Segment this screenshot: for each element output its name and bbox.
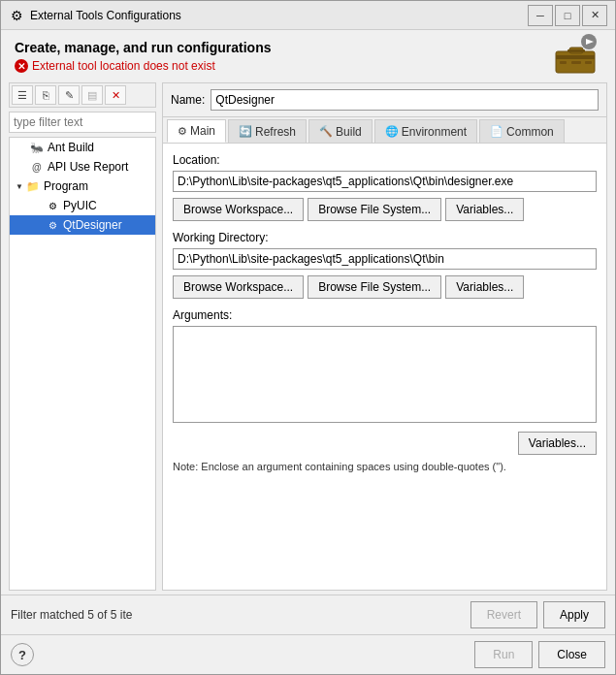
api-icon: @ bbox=[29, 160, 45, 174]
footer-right: Run Close bbox=[474, 641, 605, 668]
tree-arrow bbox=[17, 161, 29, 173]
filter-input[interactable] bbox=[9, 112, 156, 133]
edit-button[interactable]: ✎ bbox=[58, 85, 80, 105]
working-dir-input-row bbox=[173, 248, 597, 270]
variables-2-button[interactable]: Variables... bbox=[445, 275, 524, 299]
footer-close-button[interactable]: Close bbox=[538, 641, 605, 668]
name-input[interactable] bbox=[211, 89, 599, 111]
working-dir-input[interactable] bbox=[173, 248, 597, 270]
main-content: ☰ ⎘ ✎ ▤ ✕ 🐜 Ant Build @ API Use Report bbox=[1, 79, 615, 595]
tab-main-label: Main bbox=[190, 124, 215, 138]
tree-arrow bbox=[33, 200, 45, 211]
note-text: Note: Enclose an argument containing spa… bbox=[173, 461, 597, 472]
tree-arrow bbox=[33, 219, 45, 231]
warning-row: ✕ External tool location does not exist bbox=[15, 59, 601, 73]
maximize-button[interactable]: □ bbox=[555, 5, 580, 26]
tab-refresh-label: Refresh bbox=[255, 125, 296, 139]
tree-container: 🐜 Ant Build @ API Use Report ▼ 📁 Program bbox=[9, 137, 156, 591]
warning-icon: ✕ bbox=[15, 59, 28, 73]
location-label: Location: bbox=[173, 153, 597, 167]
tree-label-pyuic: PyUIC bbox=[63, 199, 97, 212]
window-icon: ⚙ bbox=[9, 8, 24, 23]
left-panel: ☰ ⎘ ✎ ▤ ✕ 🐜 Ant Build @ API Use Report bbox=[9, 82, 156, 591]
svg-rect-5 bbox=[567, 49, 585, 52]
refresh-tab-icon: 🔄 bbox=[239, 125, 252, 138]
tree-item-program[interactable]: ▼ 📁 Program bbox=[10, 177, 155, 196]
left-toolbar: ☰ ⎘ ✎ ▤ ✕ bbox=[9, 82, 156, 108]
tree-item-api-use-report[interactable]: @ API Use Report bbox=[10, 157, 155, 177]
tree-expand-arrow: ▼ bbox=[14, 180, 25, 192]
qtdesigner-icon: ⚙ bbox=[45, 218, 60, 232]
arguments-container bbox=[173, 326, 597, 426]
warning-text: External tool location does not exist bbox=[32, 59, 215, 73]
tab-content-main: Location: Browse Workspace... Browse Fil… bbox=[163, 144, 606, 590]
environment-tab-icon: 🌐 bbox=[385, 125, 399, 138]
tab-build[interactable]: 🔨 Build bbox=[308, 119, 373, 143]
apply-button[interactable]: Apply bbox=[543, 601, 605, 628]
copy-button[interactable]: ⎘ bbox=[35, 85, 56, 105]
window-header: Create, manage, and run configurations ✕… bbox=[1, 30, 615, 79]
new-config-button[interactable]: ☰ bbox=[12, 85, 33, 105]
tree-arrow bbox=[17, 142, 29, 153]
help-button[interactable]: ? bbox=[11, 643, 34, 666]
arguments-textarea[interactable] bbox=[173, 326, 597, 423]
delete-button[interactable]: ✕ bbox=[105, 85, 126, 105]
svg-rect-3 bbox=[556, 55, 595, 59]
run-button[interactable]: Run bbox=[474, 641, 533, 668]
browse-file-1-button[interactable]: Browse File System... bbox=[308, 198, 441, 221]
right-panel: Name: ⚙ Main 🔄 Refresh 🔨 Build 🌐 bbox=[162, 82, 607, 591]
arguments-label: Arguments: bbox=[173, 308, 597, 322]
location-input-row bbox=[173, 171, 597, 192]
window-controls: ─ □ ✕ bbox=[528, 5, 607, 26]
svg-rect-7 bbox=[571, 61, 581, 64]
tab-common[interactable]: 📄 Common bbox=[479, 119, 565, 143]
browse-file-2-button[interactable]: Browse File System... bbox=[308, 275, 441, 299]
move-up-button[interactable]: ▤ bbox=[81, 85, 103, 105]
working-dir-btn-row: Browse Workspace... Browse File System..… bbox=[173, 275, 597, 299]
variables-1-button[interactable]: Variables... bbox=[445, 198, 524, 221]
common-tab-icon: 📄 bbox=[490, 125, 503, 138]
tree-label-qtdesigner: QtDesigner bbox=[63, 218, 122, 232]
browse-workspace-2-button[interactable]: Browse Workspace... bbox=[173, 275, 304, 299]
close-button[interactable]: ✕ bbox=[582, 5, 607, 26]
tree-item-qtdesigner[interactable]: ⚙ QtDesigner bbox=[10, 215, 155, 235]
ant-icon: 🐜 bbox=[29, 141, 45, 154]
tree-label-program: Program bbox=[44, 179, 88, 193]
title-bar: ⚙ External Tools Configurations ─ □ ✕ bbox=[1, 1, 615, 30]
footer: ? Run Close bbox=[1, 634, 615, 674]
svg-rect-8 bbox=[585, 61, 592, 64]
main-window: ⚙ External Tools Configurations ─ □ ✕ Cr… bbox=[0, 0, 616, 675]
revert-button[interactable]: Revert bbox=[470, 601, 537, 628]
browse-workspace-1-button[interactable]: Browse Workspace... bbox=[173, 198, 304, 221]
tree-item-pyuic[interactable]: ⚙ PyUIC bbox=[10, 196, 155, 215]
header-title: Create, manage, and run configurations bbox=[15, 40, 601, 55]
location-input[interactable] bbox=[173, 171, 597, 192]
working-dir-label: Working Directory: bbox=[173, 231, 597, 244]
minimize-button[interactable]: ─ bbox=[528, 5, 553, 26]
bottom-bar: Filter matched 5 of 5 ite Revert Apply bbox=[1, 595, 615, 634]
pyuic-icon: ⚙ bbox=[45, 199, 60, 212]
toolbox-icon bbox=[551, 32, 601, 77]
filter-status: Filter matched 5 of 5 ite bbox=[11, 608, 465, 622]
tab-build-label: Build bbox=[336, 125, 362, 139]
main-tab-icon: ⚙ bbox=[178, 125, 187, 138]
tabs-row: ⚙ Main 🔄 Refresh 🔨 Build 🌐 Environment 📄 bbox=[163, 117, 606, 144]
program-folder-icon: 📁 bbox=[25, 179, 41, 193]
window-title: External Tools Configurations bbox=[30, 9, 528, 22]
tab-environment-label: Environment bbox=[402, 125, 467, 139]
variables-3-button[interactable]: Variables... bbox=[518, 432, 597, 455]
build-tab-icon: 🔨 bbox=[319, 125, 333, 138]
tab-refresh[interactable]: 🔄 Refresh bbox=[228, 119, 307, 143]
name-label: Name: bbox=[171, 93, 205, 107]
tab-environment[interactable]: 🌐 Environment bbox=[374, 119, 477, 143]
location-btn-row: Browse Workspace... Browse File System..… bbox=[173, 198, 597, 221]
name-row: Name: bbox=[163, 83, 606, 117]
tree-item-ant-build[interactable]: 🐜 Ant Build bbox=[10, 138, 155, 157]
tab-common-label: Common bbox=[506, 125, 554, 139]
tree-label-ant-build: Ant Build bbox=[48, 141, 94, 154]
tree-label-api-use-report: API Use Report bbox=[48, 160, 128, 174]
svg-rect-6 bbox=[560, 61, 567, 64]
tab-main[interactable]: ⚙ Main bbox=[167, 119, 226, 143]
